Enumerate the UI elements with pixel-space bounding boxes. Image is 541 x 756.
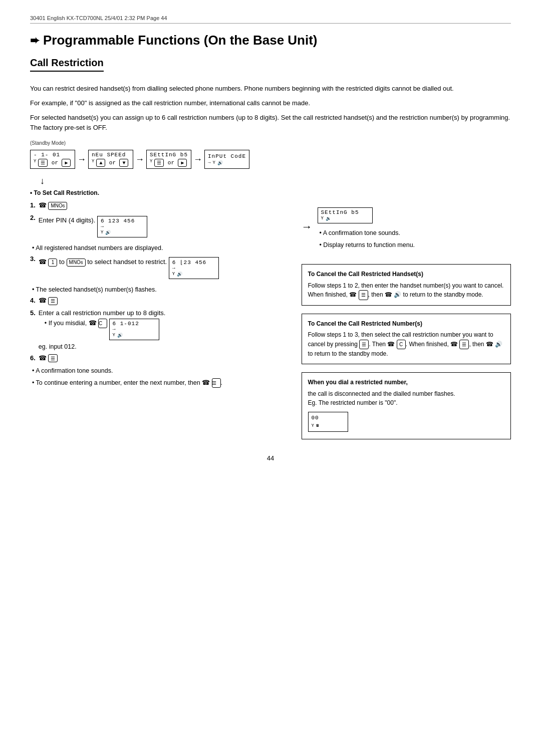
sub-flow-area: → SEttInG b5 Y 🔉 • A confirmation tone s…	[302, 205, 511, 252]
right-box-cancel-number-title: To Cancel the Call Restricted Number(s)	[308, 319, 505, 329]
body-para-1: You can restrict desired handset(s) from…	[30, 84, 511, 94]
confirm-lcd-icons: Y 🔉	[321, 216, 369, 221]
flow-lcd-1-line1: - 1- 01	[34, 152, 72, 158]
num1-btn-s3[interactable]: 1	[48, 259, 57, 267]
mno6-btn-s3[interactable]: MNO6	[67, 259, 86, 267]
bullet-step5-misdial: • If you misdial, ☎ C	[39, 320, 109, 327]
handset-icon-s3: ☎	[39, 258, 47, 266]
c-btn-s5[interactable]: C	[98, 319, 107, 329]
speaker-icon-cn1: 🔊	[495, 341, 502, 348]
flow-lcd-4-arrow: →	[208, 160, 210, 166]
right-box-cancel-handset-title: To Cancel the Call Restricted Handset(s)	[308, 270, 505, 279]
step-3-content: ☎ 1 to MNO6 to select handset to restric…	[39, 255, 287, 281]
menu-btn-1[interactable]: ☰	[38, 159, 48, 167]
menu-btn-cb1[interactable]: ☰	[359, 290, 368, 300]
step-5-content: Enter a call restriction number up to 8 …	[39, 309, 287, 350]
antenna-rd: Y	[312, 423, 314, 430]
speaker-icon-4: 🔊	[217, 160, 223, 166]
flow-lcd-3-line1: SEttInG b5	[150, 152, 188, 158]
handset-icon-s6b: ☎	[202, 379, 210, 386]
mno6-btn-s1[interactable]: MNO6	[48, 202, 67, 210]
step-4-content: ☎ ☰	[39, 297, 287, 305]
antenna-icon-2: Y	[92, 159, 94, 167]
bullet-after-step2: • All registered handset numbers are dis…	[30, 243, 287, 253]
eg-text: eg. input 012.	[39, 343, 287, 350]
antenna-icon-3: Y	[150, 159, 152, 167]
menu-btn-s4[interactable]: ☰	[48, 297, 58, 305]
step-5-num: 5.	[30, 309, 36, 317]
step-2-lcd: 6 123 456 → Y 🔊	[97, 216, 147, 237]
right-btn-3[interactable]: ▶	[178, 159, 187, 167]
antenna-icon-1: Y	[34, 159, 36, 167]
handset-icon-s6: ☎	[39, 354, 47, 362]
step-3-lcd-line2: →	[172, 266, 215, 271]
bullet-step6-1: • A confirmation tone sounds.	[30, 366, 287, 376]
flow-lcd-1-icons: Y ☰ or ▶	[34, 159, 72, 167]
step-2-content: Enter PIN (4 digits). 6 123 456 → Y 🔊	[39, 214, 287, 239]
step-2-row: 2. Enter PIN (4 digits). 6 123 456 → Y 🔊	[30, 214, 287, 239]
step-2-text: Enter PIN (4 digits).	[39, 216, 95, 224]
section-title: Call Restriction	[30, 57, 104, 72]
right-box-restricted-dial-title: When you dial a restricted number,	[308, 378, 505, 387]
body-para-3: For selected handset(s) you can assign u…	[30, 113, 511, 134]
confirm-flow-box: SEttInG b5 Y 🔉 • A confirmation tone sou…	[318, 205, 415, 252]
step-5-lcd-line3: Y 🔊	[113, 333, 156, 338]
handset-icon-cb1b: ☎	[385, 291, 392, 298]
speaker-icon-cb1: 🔊	[394, 291, 401, 298]
right-btn-1[interactable]: ▶	[62, 159, 71, 167]
c-btn-cn1[interactable]: C	[397, 340, 406, 350]
down-btn-2[interactable]: ▼	[119, 159, 128, 167]
menu-btn-cn1[interactable]: ☰	[359, 340, 369, 350]
flow-lcd-3-btn: ☰ or ▶	[154, 159, 187, 167]
step-6-row: 6. ☎ ☰	[30, 354, 287, 363]
step-5-lcd-line2: →	[113, 327, 156, 332]
menu-btn-s6[interactable]: ☰	[48, 354, 58, 362]
flow-lcd-4-icons: → Y 🔊	[208, 160, 246, 166]
speaker-s2: 🔊	[105, 230, 111, 235]
confirm-lcd-line1: SEttInG b5	[321, 209, 369, 215]
body-para-2: For example, if "00" is assigned as the …	[30, 98, 511, 109]
handset-icon-cb1: ☎	[349, 291, 357, 298]
page-header: 30401 English KX-TCD700NL 25/4/01 2:32 P…	[30, 15, 511, 24]
step-1-num: 1.	[30, 201, 36, 209]
speaker-confirm: 🔉	[326, 216, 331, 221]
antenna-s3: Y	[172, 272, 175, 277]
flow-lcd-1-btn: ☰ or ▶	[38, 159, 71, 167]
right-box-restricted-dial: When you dial a restricted number, the c…	[302, 372, 511, 439]
speaker-s5: 🔊	[117, 333, 123, 338]
up-btn-2[interactable]: ▲	[96, 159, 105, 167]
menu-btn-cn2[interactable]: ☰	[459, 340, 469, 350]
step-3-lcd-line1: 6 ⌊23 456	[172, 259, 215, 266]
step-5-text: Enter a call restriction number up to 8 …	[39, 309, 166, 317]
flow-lcd-2-icons: Y ▲ or ▼	[92, 159, 130, 167]
antenna-icon-4: Y	[212, 160, 215, 166]
antenna-s5: Y	[113, 333, 115, 338]
right-box-cancel-number: To Cancel the Call Restricted Number(s) …	[302, 314, 511, 364]
flow-lcd-1: - 1- 01 Y ☰ or ▶	[30, 150, 75, 169]
step-5-lcd: 6 1-012 → Y 🔊	[109, 319, 159, 340]
menu-btn-3[interactable]: ☰	[154, 159, 164, 167]
right-box-cancel-handset: To Cancel the Call Restricted Handset(s)…	[302, 264, 511, 306]
handset-icon-s1: ☎	[39, 201, 47, 209]
right-box-restricted-dial-text: the call is disconnected and the dialled…	[308, 389, 505, 408]
flow-lcd-2-line1: nEu SPEEd	[92, 152, 130, 158]
step-6-num: 6.	[30, 354, 36, 362]
step-2-lcd-line3: Y 🔊	[101, 230, 144, 235]
step-1-row: 1. ☎ MNO6	[30, 201, 287, 210]
step-2-lcd-line1: 6 123 456	[101, 218, 144, 224]
handset-icon-cn1: ☎	[387, 341, 395, 348]
two-col-layout: 1. ☎ MNO6 2. Enter PIN (4 digits). 6 123…	[30, 201, 511, 439]
step-3-lcd-line3: Y 🔊	[172, 272, 215, 277]
handset-icon-cn2: ☎	[450, 341, 458, 348]
sub-flow-arrow: →	[302, 220, 313, 233]
step-3-lcd: 6 ⌊23 456 → Y 🔊	[169, 257, 219, 279]
flow-lcd-2-btn: ▲ or ▼	[96, 159, 128, 167]
flow-down-arrow: ↓	[40, 176, 511, 186]
header-text: 30401 English KX-TCD700NL 25/4/01 2:32 P…	[30, 15, 167, 21]
handset-icon-cn3: ☎	[486, 341, 493, 348]
restricted-dial-lcd: 00 Y ☎	[308, 412, 348, 432]
antenna-confirm: Y	[321, 216, 324, 221]
step-3-row: 3. ☎ 1 to MNO6 to select handset to rest…	[30, 255, 287, 281]
restricted-lcd-icons: Y ☎	[312, 423, 345, 430]
menu-btn-s6b[interactable]: ☰	[212, 378, 221, 388]
